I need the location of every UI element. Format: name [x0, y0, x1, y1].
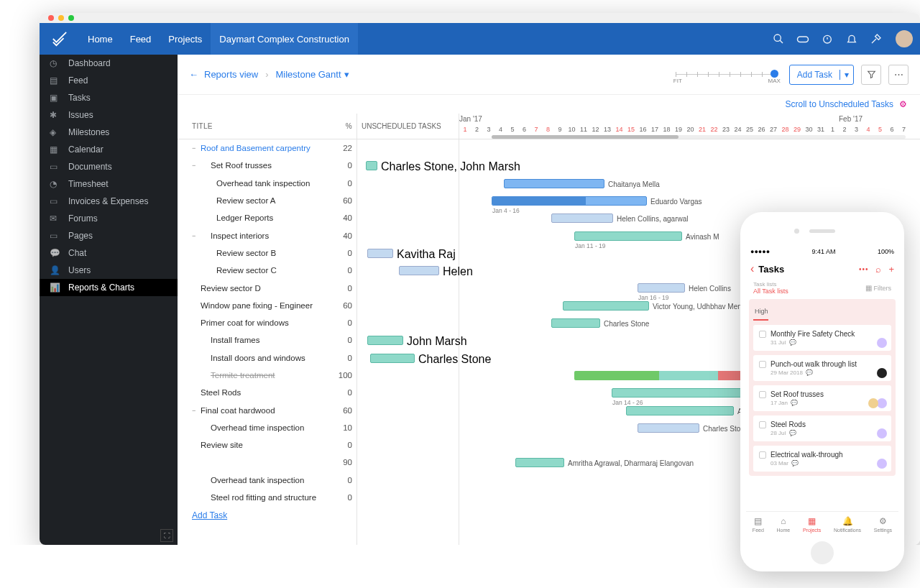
- back-link[interactable]: ← Reports view: [189, 69, 258, 80]
- gantt-bar[interactable]: Eduardo Var: [574, 371, 743, 380]
- phone-tab-notifications[interactable]: 🔔Notifications: [834, 516, 861, 533]
- task-row[interactable]: 90: [178, 454, 356, 471]
- sidebar-item-users[interactable]: 👤Users: [40, 262, 178, 279]
- scroll-unscheduled-link[interactable]: Scroll to Unscheduled Tasks: [785, 99, 893, 109]
- unscheduled-bar[interactable]: Charles Stone, John Marsh: [366, 161, 377, 170]
- gantt-bar[interactable]: AjJan 14 - 26: [612, 388, 743, 398]
- more-icon[interactable]: ⋯: [888, 65, 908, 85]
- nav-project-tab[interactable]: Daymart Complex Construction: [211, 23, 358, 55]
- sidebar-item-timesheet[interactable]: ◔Timesheet: [40, 175, 178, 193]
- sidebar-item-milestones[interactable]: ◈Milestones: [40, 124, 178, 141]
- task-row[interactable]: Ledger Reports40: [178, 209, 356, 226]
- checkbox[interactable]: [759, 391, 766, 398]
- gantt-bar[interactable]: Charles Stone: [551, 318, 600, 328]
- search-icon[interactable]: [766, 27, 791, 51]
- task-row[interactable]: Review sector B0: [178, 244, 356, 262]
- sidebar-item-issues[interactable]: ✱Issues: [40, 106, 178, 124]
- unscheduled-bar[interactable]: John Marsh: [367, 336, 403, 345]
- task-row[interactable]: Review sector D0: [178, 279, 356, 296]
- gantt-bar[interactable]: Avinash MJan 11 - 19: [574, 231, 682, 241]
- settings-icon[interactable]: ⚙: [899, 99, 907, 109]
- phone-sub-value[interactable]: All Task lists: [753, 288, 788, 295]
- task-row[interactable]: Review sector C0: [178, 262, 356, 279]
- sidebar-item-forums[interactable]: ✉Forums: [40, 210, 178, 227]
- gantt-bar[interactable]: Victor Young, Udhbhav Menon: [563, 301, 649, 311]
- filter-icon[interactable]: [861, 65, 881, 85]
- add-task-split-icon[interactable]: ▾: [840, 70, 853, 80]
- phone-home-button[interactable]: [811, 541, 834, 545]
- gantt-bar[interactable]: Helen Collins, agarwal: [551, 213, 613, 223]
- phone-task-card[interactable]: Set Roof trusses17 Jan 💬: [753, 385, 891, 411]
- phone-task-card[interactable]: Steel Rods28 Jul 💬: [753, 415, 891, 441]
- toggle-icon[interactable]: −: [192, 162, 201, 169]
- sidebar-item-invoices-expenses[interactable]: ▭Invoices & Expenses: [40, 193, 178, 210]
- gantt-bar[interactable]: Chaitanya Mella: [504, 179, 604, 188]
- toggle-icon[interactable]: −: [192, 232, 201, 239]
- task-row[interactable]: Overhead tank inspection0: [178, 472, 356, 489]
- phone-task-card[interactable]: Punch-out walk through list29 Mar 2018 💬: [753, 355, 891, 381]
- task-row[interactable]: Overhead tank inspection0: [178, 175, 356, 192]
- task-row[interactable]: −Inspect interiors40: [178, 226, 356, 244]
- toggle-icon[interactable]: −: [192, 144, 201, 152]
- user-avatar[interactable]: [896, 30, 913, 47]
- bell-icon[interactable]: [840, 27, 864, 51]
- gantt-bar[interactable]: Eduardo VargasJan 4 - 16: [492, 196, 647, 206]
- nav-home[interactable]: Home: [79, 23, 121, 55]
- task-row[interactable]: Termite treatment100: [178, 367, 356, 384]
- unscheduled-bar[interactable]: Kavitha Raj: [367, 249, 393, 258]
- task-row[interactable]: Install frames0: [178, 331, 356, 349]
- gantt-bar[interactable]: Amritha Agrawal, Dharmaraj Elangovan: [515, 458, 564, 467]
- nav-projects[interactable]: Projects: [160, 23, 211, 55]
- sidebar-item-feed[interactable]: ▤Feed: [40, 72, 178, 89]
- zoom-slider[interactable]: for(let i=0;i<10;i++)document.write('<di…: [676, 68, 776, 82]
- sidebar-item-documents[interactable]: ▭Documents: [40, 158, 178, 175]
- unscheduled-bar[interactable]: Charles Stone: [370, 354, 415, 363]
- sidebar-item-chat[interactable]: 💬Chat: [40, 244, 178, 262]
- gantt-bar[interactable]: Helen CollinsJan 16 - 19: [638, 283, 685, 293]
- tools-icon[interactable]: [864, 27, 888, 51]
- task-row[interactable]: Review sector A60: [178, 192, 356, 209]
- sidebar-item-calendar[interactable]: ▦Calendar: [40, 141, 178, 158]
- checkbox[interactable]: [759, 451, 766, 459]
- sidebar-item-reports-charts[interactable]: 📊Reports & Charts: [40, 279, 178, 296]
- task-row[interactable]: −Set Roof trusses0: [178, 157, 356, 174]
- app-logo[interactable]: [40, 31, 79, 47]
- checkbox[interactable]: [759, 421, 766, 428]
- phone-tab-feed[interactable]: ▤Feed: [753, 516, 764, 533]
- gantt-bar[interactable]: Charles Stone: [638, 423, 699, 433]
- task-row[interactable]: Overhead time inspection10: [178, 419, 356, 436]
- zoom-thumb[interactable]: [770, 70, 778, 78]
- phone-back-icon[interactable]: ‹: [750, 262, 754, 275]
- task-row[interactable]: Window pane fixing - Engineer60: [178, 297, 356, 314]
- timeline-scrollbar[interactable]: [492, 135, 906, 139]
- task-row[interactable]: Install doors and windows0: [178, 349, 356, 367]
- task-row[interactable]: Primer coat for windows0: [178, 314, 356, 331]
- task-row[interactable]: Review site0: [178, 436, 356, 454]
- task-row[interactable]: −Final coat hardwood60: [178, 401, 356, 418]
- checkbox[interactable]: [759, 331, 766, 338]
- sidebar-item-tasks[interactable]: ▣Tasks: [40, 89, 178, 106]
- phone-add-icon[interactable]: +: [888, 264, 894, 275]
- phone-more-icon[interactable]: •••: [859, 265, 869, 273]
- toggle-icon[interactable]: −: [192, 407, 201, 414]
- add-task-button[interactable]: Add Task ▾: [789, 65, 854, 85]
- sidebar-expand-icon[interactable]: ⛶: [160, 529, 173, 542]
- phone-tab-home[interactable]: ⌂Home: [777, 516, 791, 533]
- phone-filters[interactable]: ▦Filters: [865, 281, 892, 295]
- phone-task-card[interactable]: Electrical walk-through03 Mar 💬: [753, 446, 891, 472]
- nav-feed[interactable]: Feed: [121, 23, 160, 55]
- checkbox[interactable]: [759, 361, 766, 368]
- task-row[interactable]: −Roof and Basement carpentry22: [178, 139, 356, 157]
- maximize-dot[interactable]: [68, 15, 74, 21]
- phone-search-icon[interactable]: ⌕: [875, 264, 881, 275]
- phone-tab-projects[interactable]: ▦Projects: [803, 516, 821, 533]
- task-row[interactable]: Steel rod fitting and structure0: [178, 489, 356, 506]
- timer-icon[interactable]: [815, 27, 840, 51]
- gamepad-icon[interactable]: [791, 27, 815, 51]
- gantt-bar[interactable]: Amritha Agrawal,: [626, 406, 734, 415]
- sidebar-item-dashboard[interactable]: ◷Dashboard: [40, 55, 178, 72]
- task-row[interactable]: Steel Rods0: [178, 384, 356, 401]
- minimize-dot[interactable]: [58, 15, 64, 21]
- scrollbar-handle[interactable]: [492, 135, 678, 139]
- view-dropdown[interactable]: Milestone Gantt ▾: [275, 69, 349, 80]
